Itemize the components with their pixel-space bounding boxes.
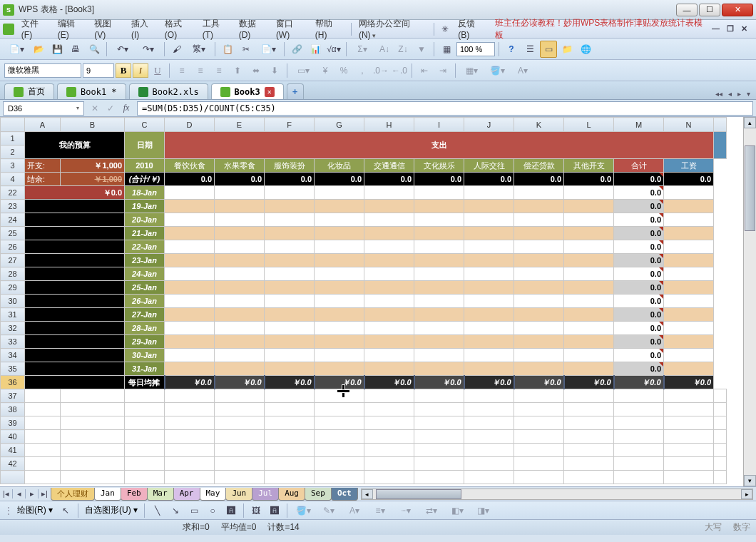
sheet-tab-Apr[interactable]: Apr: [173, 488, 200, 501]
row-header-34[interactable]: 34: [1, 349, 25, 362]
sheet-prev[interactable]: ◂: [13, 489, 26, 498]
row-header-29[interactable]: 29: [1, 281, 25, 295]
font-name-input[interactable]: [4, 63, 81, 78]
sheet-tab-May[interactable]: May: [200, 488, 227, 501]
scroll-down-button[interactable]: ▾: [744, 475, 756, 486]
row-header-3[interactable]: 3: [1, 159, 25, 173]
align-top-button[interactable]: ⬆: [229, 62, 246, 79]
fill-tool[interactable]: 🪣▾: [291, 502, 315, 519]
col-header-J[interactable]: J: [464, 118, 514, 132]
equation-button[interactable]: √α▾: [325, 41, 342, 58]
select-tool[interactable]: ↖: [57, 502, 74, 519]
arrow-style-tool[interactable]: ⇄▾: [419, 502, 444, 519]
name-box[interactable]: D36▾: [3, 101, 84, 116]
doctab-book1[interactable]: Book1 *: [57, 83, 126, 99]
scroll-up-button[interactable]: ▴: [744, 117, 756, 128]
bold-button[interactable]: B: [116, 63, 131, 78]
align-mid-button[interactable]: ⬌: [247, 62, 265, 79]
formula-input[interactable]: =SUM(D5:D35)/COUNT(C5:C35): [137, 101, 753, 116]
tab-close-button[interactable]: ✕: [265, 87, 275, 97]
row-header-28[interactable]: 28: [1, 267, 25, 281]
doctab-book3[interactable]: Book3✕: [211, 83, 284, 99]
italic-button[interactable]: I: [133, 63, 148, 78]
fill-color-button[interactable]: 🪣▾: [485, 62, 509, 79]
indent-inc-button[interactable]: ⇥: [434, 62, 451, 79]
dec-dec-button[interactable]: ←.0: [391, 62, 408, 79]
s2t-button[interactable]: 繁▾: [187, 41, 211, 58]
doctab-book2[interactable]: Book2.xls: [129, 83, 208, 99]
folder-button[interactable]: 📁: [558, 41, 576, 58]
font-color-button[interactable]: A▾: [511, 62, 535, 79]
doc-close[interactable]: ✕: [738, 24, 750, 34]
new-button[interactable]: 📄▾: [4, 41, 29, 58]
comma-button[interactable]: ,: [354, 62, 371, 79]
autoshape-menu[interactable]: 自选图形(U) ▾: [82, 504, 141, 516]
line-weight-tool[interactable]: ≡▾: [368, 502, 392, 519]
sheet-tab-Aug[interactable]: Aug: [278, 488, 305, 501]
feedback-icon[interactable]: ✳: [437, 21, 454, 38]
row-header-39[interactable]: 39: [1, 416, 25, 430]
fx-button[interactable]: fx: [118, 101, 134, 116]
menu-format[interactable]: 格式(O): [160, 16, 198, 42]
vertical-scrollbar[interactable]: ▴ ▾: [743, 117, 756, 486]
wps-icon[interactable]: [3, 24, 14, 35]
scroll-right-button[interactable]: ▸: [741, 489, 752, 499]
row-header-24[interactable]: 24: [1, 213, 25, 227]
menu-file[interactable]: 文件(F): [17, 16, 53, 42]
spreadsheet-grid[interactable]: ABCDEFGHIJKLMN1我的预算日期支出23开支:￥1,0002010餐饮…: [0, 117, 756, 486]
row-header-[interactable]: [1, 471, 25, 484]
merge-button[interactable]: ▭▾: [291, 62, 315, 79]
sheet-tab-个人理财[interactable]: 个人理财: [51, 488, 95, 501]
row-header-41[interactable]: 41: [1, 444, 25, 457]
chart-button[interactable]: 📊: [307, 41, 324, 58]
row-header-42[interactable]: 42: [1, 457, 25, 471]
dash-tool[interactable]: ┈▾: [394, 502, 418, 519]
sheet-tab-Mar[interactable]: Mar: [147, 488, 174, 501]
row-header-23[interactable]: 23: [1, 200, 25, 213]
sheet-last[interactable]: ▸|: [39, 489, 51, 498]
view1-button[interactable]: ▭: [540, 41, 557, 58]
col-header-A[interactable]: A: [25, 118, 61, 132]
promo-text[interactable]: 班主任必读教程！妙用WPS表格制作津贴发放统计表模板: [495, 17, 709, 41]
save-button[interactable]: 💾: [48, 41, 66, 58]
col-header-I[interactable]: I: [414, 118, 464, 132]
col-header-F[interactable]: F: [265, 118, 315, 132]
maximize-button[interactable]: ☐: [699, 4, 720, 16]
col-header-K[interactable]: K: [514, 118, 564, 132]
hyperlink-button[interactable]: 🔗: [288, 41, 305, 58]
row-header-30[interactable]: 30: [1, 295, 25, 308]
align-bot-button[interactable]: ⬇: [266, 62, 283, 79]
doc-minimize[interactable]: —: [709, 24, 722, 34]
row-header-33[interactable]: 33: [1, 335, 25, 349]
tabnav-first[interactable]: ◂◂: [714, 88, 724, 99]
row-header-25[interactable]: 25: [1, 227, 25, 240]
col-header-B[interactable]: B: [61, 118, 125, 132]
sheet-next[interactable]: ▸: [26, 489, 39, 498]
undo-button[interactable]: ↶▾: [111, 41, 135, 58]
draw-handle-icon[interactable]: ⋮: [4, 506, 13, 516]
row-header-38[interactable]: 38: [1, 403, 25, 416]
col-header-C[interactable]: C: [125, 118, 165, 132]
preview-button[interactable]: 🔍: [86, 41, 103, 58]
menu-tools[interactable]: 工具(T): [198, 16, 235, 42]
row-header-22[interactable]: 22: [1, 186, 25, 200]
row-header-4[interactable]: 4: [1, 173, 25, 186]
horizontal-scrollbar[interactable]: ◂ ▸: [361, 489, 753, 500]
textbox-tool[interactable]: 🅰: [223, 502, 240, 519]
col-header-M[interactable]: M: [614, 118, 664, 132]
vscroll-thumb[interactable]: [745, 145, 755, 231]
doctab-home[interactable]: 首页: [4, 83, 54, 99]
cut-button[interactable]: ✂: [237, 41, 255, 58]
row-header-27[interactable]: 27: [1, 254, 25, 267]
col-header-G[interactable]: G: [315, 118, 364, 132]
doctab-add[interactable]: +: [287, 83, 304, 99]
percent-button[interactable]: %: [335, 62, 352, 79]
indent-dec-button[interactable]: ⇤: [416, 62, 433, 79]
align-center-button[interactable]: ≡: [192, 62, 209, 79]
sheet-tab-Oct[interactable]: Oct: [331, 488, 358, 501]
row-header-1[interactable]: 1: [1, 132, 25, 145]
menu-insert[interactable]: 插入(I): [127, 16, 160, 42]
format-painter-button[interactable]: 🖌: [168, 41, 185, 58]
row-header-2[interactable]: 2: [1, 145, 25, 159]
sheet-first[interactable]: |◂: [0, 489, 13, 498]
